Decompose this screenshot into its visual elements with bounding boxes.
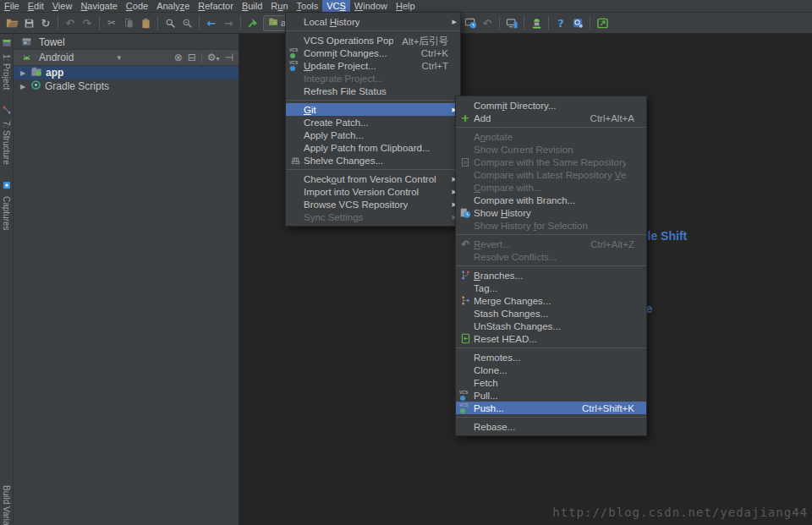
tree-row-app[interactable]: ▶app [14, 66, 239, 79]
avd-manager-icon[interactable] [503, 14, 520, 31]
find-icon[interactable] [162, 14, 178, 31]
menu-item-push[interactable]: VCSPush...Ctrl+Shift+K [456, 402, 646, 414]
back-icon[interactable]: ← [203, 14, 220, 31]
menu-item-clone[interactable]: Clone... [456, 364, 646, 376]
menu-item-apply-patch-from-clipboard[interactable]: Apply Patch from Clipboard... [286, 141, 460, 154]
menubar-item-file[interactable]: File [0, 0, 24, 12]
chevron-down-icon[interactable]: ▾ [117, 54, 121, 62]
gear-icon[interactable]: ⚙▾ [207, 52, 220, 63]
menu-item-shelve-changes[interactable]: Shelve Changes... [286, 154, 460, 167]
menu-icon-slot [288, 141, 303, 154]
menu-item-checkout-from-version-control[interactable]: Checkout from Version Control▶ [286, 172, 460, 185]
menu-item-merge-changes[interactable]: Merge Changes... [456, 294, 646, 307]
gradle-sync-icon[interactable] [569, 14, 586, 31]
menubar-item-vcs[interactable]: VCS [322, 0, 350, 12]
menu-icon-slot [458, 168, 473, 181]
tree-item-label: app [46, 67, 63, 79]
menu-icon-slot [458, 130, 473, 143]
menu-item-label: Commit Changes... [304, 48, 387, 58]
menu-item-git[interactable]: Git▶ [286, 103, 460, 116]
menu-item-label: Reset HEAD... [474, 334, 537, 344]
menu-item-stash-changes[interactable]: Stash Changes... [456, 307, 646, 320]
paste-icon[interactable] [137, 14, 154, 31]
save-all-icon[interactable] [20, 14, 37, 31]
menu-item-commit-directory[interactable]: Commit Directory... [456, 99, 646, 112]
help-icon[interactable]: ? [552, 14, 569, 31]
menu-icon-slot [288, 116, 303, 129]
menu-item-reset-head[interactable]: Reset HEAD... [456, 332, 646, 345]
menu-item-label: Local History [304, 17, 359, 27]
menu-item-pull[interactable]: VCSPull... [456, 389, 646, 402]
sync-icon[interactable]: ↻ [37, 14, 54, 31]
menubar-item-window[interactable]: Window [350, 0, 392, 12]
menu-icon-slot [288, 129, 303, 141]
menu-item-unstash-changes[interactable]: UnStash Changes... [456, 320, 646, 332]
tool-window-button-build-variants[interactable]: Build Variants [2, 485, 11, 525]
menu-item-local-history[interactable]: Local History▶ [286, 15, 460, 28]
tool-window-button-7-structure[interactable]: 7: Structure [2, 103, 12, 165]
menubar-item-refactor[interactable]: Refactor [194, 0, 238, 12]
copy-icon[interactable] [120, 14, 137, 31]
menu-item-vcs-operations-popup[interactable]: VCS Operations Popup...Alt+后引号 [286, 34, 460, 46]
menu-icon-slot [458, 376, 473, 389]
open-file-icon[interactable] [3, 14, 20, 31]
hide-panel-icon[interactable]: ⊣ [225, 52, 233, 63]
menu-item-refresh-file-status[interactable]: Refresh File Status [286, 85, 460, 97]
expand-arrow-icon[interactable]: ▶ [20, 69, 27, 77]
replace-icon[interactable] [178, 14, 195, 31]
menu-item-apply-patch[interactable]: Apply Patch... [286, 129, 460, 141]
menubar-item-analyze[interactable]: Analyze [152, 0, 194, 12]
sdk-manager-icon[interactable] [528, 14, 545, 31]
menu-item-browse-vcs-repository[interactable]: Browse VCS Repository▶ [286, 198, 460, 211]
tool-window-button-1-project[interactable]: 1: Project [2, 36, 12, 90]
menu-icon-slot [288, 211, 303, 223]
menu-item-branches[interactable]: Branches... [456, 269, 646, 282]
menubar-item-code[interactable]: Code [122, 0, 152, 12]
collapse-all-icon[interactable]: ⊟ [188, 52, 196, 63]
menu-item-sync-settings: Sync Settings▶ [286, 211, 460, 223]
project-view-header[interactable]: Android ▾ ⊗⊟⚙▾⊣ [14, 49, 239, 66]
redo-icon[interactable]: ↷ [79, 14, 96, 31]
menu-item-rebase[interactable]: Rebase... [456, 420, 646, 433]
android-studio-window: FileEditViewNavigateCodeAnalyzeRefactorB… [0, 0, 812, 525]
submenu-arrow-icon: ▶ [448, 19, 457, 25]
vcs-update-icon: VCS [288, 59, 303, 72]
menu-item-shortcut: Ctrl+Shift+K [573, 403, 634, 413]
window-history-icon[interactable] [462, 14, 479, 31]
menu-item-compare-with-branch[interactable]: Compare with Branch... [456, 194, 646, 206]
expand-arrow-icon[interactable]: ▶ [20, 83, 27, 90]
menu-item-remotes[interactable]: Remotes... [456, 351, 646, 364]
toolbar-separator [548, 16, 549, 30]
build-icon[interactable] [244, 14, 261, 31]
undo-icon[interactable]: ↶ [62, 14, 79, 31]
menu-icon-slot [458, 307, 473, 320]
tool-window-button-captures[interactable]: Captures [2, 178, 12, 231]
close-circle-icon[interactable]: ⊗ [174, 52, 183, 63]
undo2-icon[interactable]: ↶ [479, 14, 496, 31]
menubar-item-help[interactable]: Help [392, 0, 420, 12]
cut-icon[interactable]: ✂ [103, 14, 120, 31]
menubar-item-edit[interactable]: Edit [24, 0, 48, 12]
menu-item-import-into-version-control[interactable]: Import into Version Control▶ [286, 185, 460, 198]
menubar-item-view[interactable]: View [48, 0, 77, 12]
menu-item-create-patch[interactable]: Create Patch... [286, 116, 460, 129]
tree-row-gradle-scripts[interactable]: ▶Gradle Scripts [14, 79, 239, 93]
menu-item-add[interactable]: +AddCtrl+Alt+A [456, 112, 646, 124]
menu-icon-slot [288, 15, 303, 28]
menubar-item-tools[interactable]: Tools [293, 0, 323, 12]
project-view-selector[interactable]: Android [39, 52, 74, 63]
menu-item-label: Merge Changes... [474, 296, 551, 306]
forward-icon[interactable]: → [220, 14, 237, 31]
menu-item-fetch[interactable]: Fetch [456, 376, 646, 389]
menu-item-tag[interactable]: Tag... [456, 282, 646, 294]
git-submenu-popup: Commit Directory...+AddCtrl+Alt+AAnnotat… [455, 96, 647, 436]
menu-item-commit-changes[interactable]: VCSCommit Changes...Ctrl+K [286, 46, 460, 59]
menubar-item-build[interactable]: Build [238, 0, 266, 12]
menubar-item-run[interactable]: Run [266, 0, 292, 12]
menu-item-label: Remotes... [474, 353, 521, 363]
menu-item-show-history[interactable]: Show History [456, 206, 646, 219]
device-monitor-icon[interactable] [594, 14, 611, 31]
menu-item-label: Show Current Revision [474, 145, 573, 155]
menubar-item-navigate[interactable]: Navigate [76, 0, 121, 12]
menu-item-update-project[interactable]: VCSUpdate Project...Ctrl+T [286, 59, 460, 72]
